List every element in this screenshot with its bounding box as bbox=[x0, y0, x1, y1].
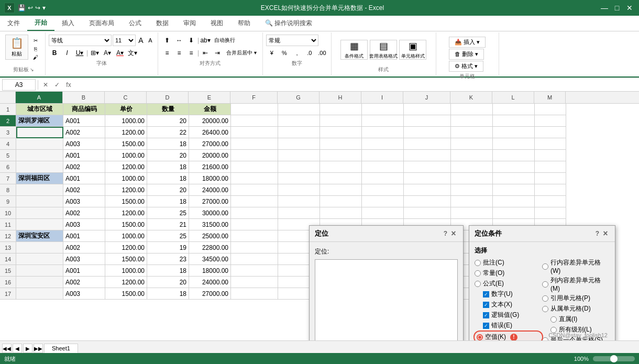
angle-text-btn[interactable]: ab▾ bbox=[200, 35, 211, 46]
cell-a5[interactable] bbox=[16, 150, 63, 161]
cell-c4[interactable]: 1500.00 bbox=[105, 138, 147, 150]
cell-c3[interactable]: 1200.00 bbox=[105, 127, 147, 138]
save-btn[interactable]: 💾 bbox=[18, 4, 26, 12]
corner-cell[interactable] bbox=[0, 92, 16, 103]
goto-close-btn[interactable]: × bbox=[449, 229, 458, 238]
cell-h4[interactable] bbox=[320, 138, 362, 150]
cell-k8[interactable] bbox=[451, 184, 493, 196]
cell-b6[interactable]: A002 bbox=[63, 161, 105, 173]
copy-button[interactable]: ⎘ bbox=[29, 45, 42, 53]
radio-constants[interactable] bbox=[475, 270, 481, 277]
cell-e1[interactable]: 金额 bbox=[189, 104, 231, 115]
zoom-slider[interactable] bbox=[593, 356, 635, 361]
cell-l1[interactable] bbox=[493, 104, 535, 115]
border-button[interactable]: ⊞▾ bbox=[89, 47, 101, 59]
cell-d10[interactable]: 25 bbox=[147, 207, 189, 219]
cell-b17[interactable]: A003 bbox=[63, 288, 105, 300]
table-style-btn[interactable]: ▤ 套用表格格式 bbox=[370, 40, 397, 60]
cell-b7[interactable]: A001 bbox=[63, 173, 105, 184]
cell-e16[interactable]: 24000.00 bbox=[189, 277, 231, 288]
cell-h10[interactable] bbox=[320, 207, 362, 219]
cell-a8[interactable] bbox=[16, 184, 63, 196]
tab-home[interactable]: 开始 bbox=[27, 16, 54, 31]
cell-b2[interactable]: A001 bbox=[63, 115, 105, 127]
checkbox-text[interactable] bbox=[483, 302, 489, 308]
cell-h5[interactable] bbox=[320, 150, 362, 161]
col-header-i[interactable]: I bbox=[361, 92, 403, 103]
number-format-select[interactable]: 常规 bbox=[266, 35, 318, 46]
row-num-14[interactable]: 14 bbox=[0, 253, 16, 265]
cell-g10[interactable] bbox=[278, 207, 320, 219]
cell-m2[interactable] bbox=[535, 115, 566, 127]
cell-m7[interactable] bbox=[535, 173, 566, 184]
cell-k2[interactable] bbox=[451, 115, 493, 127]
cell-f1[interactable] bbox=[231, 104, 278, 115]
goto-help-icon[interactable]: ? bbox=[444, 230, 447, 237]
cell-a7[interactable]: 深圳福田区 bbox=[16, 173, 63, 184]
row-num-5[interactable]: 5 bbox=[0, 150, 16, 161]
cell-l5[interactable] bbox=[493, 150, 535, 161]
cell-f15[interactable] bbox=[231, 265, 278, 277]
cell-g8[interactable] bbox=[278, 184, 320, 196]
merge-button[interactable]: 合并后居中 ▾ bbox=[224, 47, 259, 59]
radio-dependents[interactable] bbox=[542, 306, 548, 312]
cell-b16[interactable]: A002 bbox=[63, 277, 105, 288]
row-num-11[interactable]: 11 bbox=[0, 219, 16, 230]
percent-btn[interactable]: % bbox=[279, 47, 290, 59]
indent-inc-btn[interactable]: ⇥ bbox=[212, 47, 223, 59]
insert-cells-btn[interactable]: 📥 插入 ▾ bbox=[449, 37, 486, 48]
cell-d5[interactable]: 20 bbox=[147, 150, 189, 161]
cell-c5[interactable]: 1000.00 bbox=[105, 150, 147, 161]
cell-f9[interactable] bbox=[231, 196, 278, 207]
cell-i9[interactable] bbox=[362, 196, 404, 207]
col-header-h[interactable]: H bbox=[320, 92, 361, 103]
cell-k10[interactable] bbox=[451, 207, 493, 219]
cell-reference-input[interactable] bbox=[2, 79, 36, 91]
cell-g2[interactable] bbox=[278, 115, 320, 127]
cell-g5[interactable] bbox=[278, 150, 320, 161]
cell-d13[interactable]: 19 bbox=[147, 242, 189, 253]
cell-c6[interactable]: 1200.00 bbox=[105, 161, 147, 173]
conditional-format-btn[interactable]: ▦ 条件格式 bbox=[340, 40, 368, 60]
italic-button[interactable]: I bbox=[61, 47, 73, 59]
cell-style-btn[interactable]: ▣ 单元格样式 bbox=[399, 40, 426, 60]
cell-j8[interactable] bbox=[404, 184, 451, 196]
cell-f3[interactable] bbox=[231, 127, 278, 138]
align-top-btn[interactable]: ⬆ bbox=[161, 35, 173, 46]
checkbox-errors[interactable] bbox=[483, 323, 489, 329]
col-header-d[interactable]: D bbox=[147, 92, 189, 103]
cell-h2[interactable] bbox=[320, 115, 362, 127]
fill-color-button[interactable]: A▾ bbox=[102, 47, 113, 59]
cell-a1[interactable]: 城市区域 bbox=[16, 104, 63, 115]
cell-c14[interactable]: 1500.00 bbox=[105, 253, 147, 265]
col-header-j[interactable]: J bbox=[403, 92, 450, 103]
cell-i10[interactable] bbox=[362, 207, 404, 219]
cell-l3[interactable] bbox=[493, 127, 535, 138]
cell-g9[interactable] bbox=[278, 196, 320, 207]
formula-input[interactable] bbox=[76, 79, 637, 91]
cell-f12[interactable] bbox=[231, 230, 278, 242]
cell-j7[interactable] bbox=[404, 173, 451, 184]
col-header-c[interactable]: C bbox=[105, 92, 147, 103]
cell-e9[interactable]: 27000.00 bbox=[189, 196, 231, 207]
cell-g7[interactable] bbox=[278, 173, 320, 184]
cell-d4[interactable]: 18 bbox=[147, 138, 189, 150]
cell-i1[interactable] bbox=[362, 104, 404, 115]
cell-l6[interactable] bbox=[493, 161, 535, 173]
radio-col-diff[interactable] bbox=[542, 281, 548, 288]
wrap-text-btn[interactable]: 自动换行 bbox=[212, 35, 238, 46]
cell-h7[interactable] bbox=[320, 173, 362, 184]
cell-f2[interactable] bbox=[231, 115, 278, 127]
cell-m9[interactable] bbox=[535, 196, 566, 207]
cell-b1[interactable]: 商品编码 bbox=[63, 104, 105, 115]
tab-search[interactable]: 🔍 操作说明搜索 bbox=[258, 16, 320, 31]
cell-g6[interactable] bbox=[278, 161, 320, 173]
cell-j9[interactable] bbox=[404, 196, 451, 207]
wen-button[interactable]: 文▾ bbox=[127, 47, 138, 59]
sheet-nav-first[interactable]: ◀◀ bbox=[2, 344, 12, 353]
sheet-tab-1[interactable]: Sheet1 bbox=[44, 344, 78, 353]
cell-j2[interactable] bbox=[404, 115, 451, 127]
row-num-16[interactable]: 16 bbox=[0, 277, 16, 288]
cell-b10[interactable]: A002 bbox=[63, 207, 105, 219]
checkbox-logicals[interactable] bbox=[483, 312, 489, 318]
